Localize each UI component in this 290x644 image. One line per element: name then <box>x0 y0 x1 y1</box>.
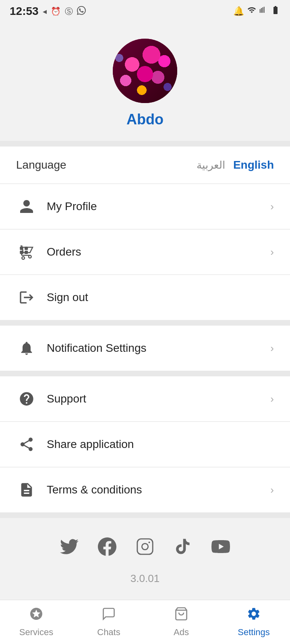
bottom-nav: Services Chats Ads Settings <box>0 600 290 644</box>
version-text: 3.0.01 <box>130 572 160 585</box>
share-icon <box>16 434 37 455</box>
my-profile-item[interactable]: My Profile › <box>0 184 290 229</box>
chats-label: Chats <box>97 627 120 638</box>
status-bar: 12:53 ◂ ⏰ Ⓢ 🔔 <box>0 0 290 23</box>
svg-rect-1 <box>25 247 28 250</box>
services-label: Services <box>19 627 53 638</box>
tiktok-icon[interactable] <box>174 537 192 560</box>
instagram-icon[interactable] <box>136 537 154 560</box>
skype-icon: Ⓢ <box>65 6 73 17</box>
terms-conditions-item[interactable]: Terms & conditions › <box>0 467 290 512</box>
orders-label: Orders <box>47 246 270 258</box>
chats-icon <box>102 607 116 625</box>
avatar[interactable] <box>113 39 177 103</box>
my-profile-label: My Profile <box>47 200 270 213</box>
sign-out-item[interactable]: Sign out <box>0 275 290 320</box>
language-row[interactable]: Language العربية English <box>0 147 290 184</box>
nav-settings[interactable]: Settings <box>218 603 290 641</box>
social-section: 3.0.01 <box>0 518 290 597</box>
section-divider-4 <box>0 512 290 518</box>
arabic-option[interactable]: العربية <box>197 159 225 171</box>
english-option[interactable]: English <box>233 159 274 171</box>
share-application-item[interactable]: Share application <box>0 422 290 467</box>
terms-label: Terms & conditions <box>47 483 270 496</box>
nav-chats[interactable]: Chats <box>72 603 145 641</box>
svg-rect-3 <box>25 251 28 254</box>
support-chevron: › <box>270 393 274 405</box>
notification-chevron: › <box>270 342 274 355</box>
nav-services[interactable]: Services <box>0 603 72 641</box>
section-divider-1 <box>0 141 290 147</box>
wifi-icon <box>247 6 256 17</box>
location-icon: ◂ <box>43 6 47 16</box>
notification-icon <box>16 338 37 359</box>
svg-rect-2 <box>20 251 23 254</box>
notification-settings-item[interactable]: Notification Settings › <box>0 326 290 371</box>
svg-rect-4 <box>137 539 153 554</box>
services-icon <box>29 607 44 625</box>
twitter-icon[interactable] <box>60 537 79 560</box>
profile-icon <box>16 196 37 217</box>
signal-icon <box>259 6 267 17</box>
terms-chevron: › <box>270 484 274 496</box>
orders-item[interactable]: Orders › <box>0 229 290 275</box>
section-divider-2 <box>0 320 290 326</box>
youtube-icon[interactable] <box>211 537 230 560</box>
profile-section: Abdo <box>0 23 290 141</box>
svg-point-6 <box>149 542 150 543</box>
language-label: Language <box>16 159 66 171</box>
ads-label: Ads <box>174 627 189 638</box>
signout-icon <box>16 287 37 308</box>
support-label: Support <box>47 392 270 405</box>
ads-icon <box>174 607 188 625</box>
support-icon <box>16 388 37 409</box>
my-profile-chevron: › <box>270 200 274 213</box>
username: Abdo <box>126 111 164 128</box>
alarm-icon: ⏰ <box>51 6 61 16</box>
notification-settings-label: Notification Settings <box>47 342 270 355</box>
battery-icon <box>271 5 280 17</box>
terms-icon <box>16 479 37 500</box>
alarm2-icon: 🔔 <box>233 6 244 17</box>
orders-chevron: › <box>270 246 274 258</box>
status-time: 12:53 <box>10 5 39 18</box>
settings-label: Settings <box>238 627 270 638</box>
svg-point-5 <box>142 543 148 549</box>
support-item[interactable]: Support › <box>0 376 290 421</box>
sign-out-label: Sign out <box>47 291 274 304</box>
settings-icon <box>246 607 261 625</box>
section-divider-3 <box>0 371 290 376</box>
nav-ads[interactable]: Ads <box>145 603 218 641</box>
orders-icon <box>16 242 37 262</box>
share-application-label: Share application <box>47 438 274 451</box>
svg-rect-0 <box>20 247 23 250</box>
facebook-icon[interactable] <box>98 537 116 560</box>
whatsapp-icon <box>77 6 86 17</box>
